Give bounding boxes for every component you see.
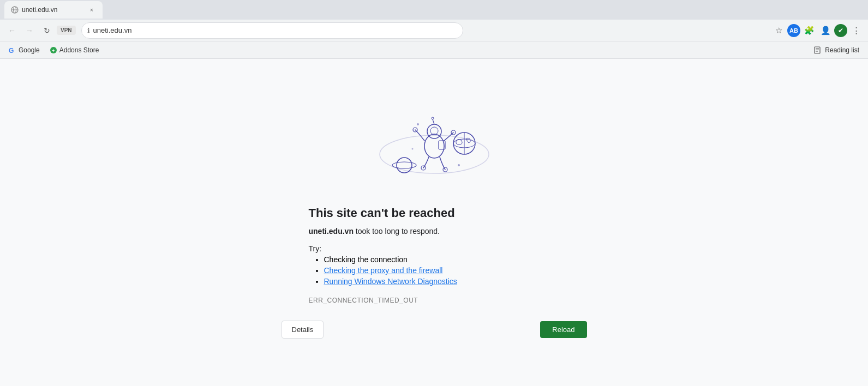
tab-close-button[interactable]: × bbox=[87, 5, 96, 14]
reading-list-icon bbox=[814, 46, 823, 54]
error-subtitle-text: took too long to respond. bbox=[354, 227, 440, 236]
vpn-button[interactable]: VPN bbox=[57, 26, 76, 35]
reload-icon: ↻ bbox=[44, 26, 50, 35]
svg-point-25 bbox=[432, 117, 434, 119]
profile-avatar[interactable]: AB bbox=[787, 24, 800, 37]
menu-button[interactable]: ⋮ bbox=[848, 23, 864, 38]
bookmark-google[interactable]: G Google bbox=[4, 44, 44, 56]
reading-list-button[interactable]: Reading list bbox=[810, 44, 864, 56]
svg-point-26 bbox=[417, 123, 419, 125]
svg-point-27 bbox=[458, 164, 460, 166]
browser-chrome: uneti.edu.vn × ← → ↻ VPN ℹ uneti.edu.vn … bbox=[0, 0, 868, 59]
tab-bar: uneti.edu.vn × bbox=[0, 0, 868, 20]
tab-title: uneti.edu.vn bbox=[22, 6, 57, 14]
tab-favicon bbox=[11, 6, 19, 14]
suggestion-1: Checking the connection bbox=[324, 255, 408, 264]
addons-store-favicon: + bbox=[50, 46, 57, 54]
svg-point-28 bbox=[411, 148, 413, 150]
try-label: Try: bbox=[309, 244, 560, 253]
error-page: This site can't be reached uneti.edu.vn … bbox=[0, 59, 868, 386]
address-bar[interactable]: ℹ uneti.edu.vn bbox=[81, 22, 463, 39]
bookmark-star-button[interactable]: ☆ bbox=[771, 23, 786, 38]
error-domain: uneti.edu.vn bbox=[309, 227, 354, 236]
svg-point-17 bbox=[427, 124, 441, 138]
bookmark-google-label: Google bbox=[19, 46, 40, 54]
avatar-initials: AB bbox=[789, 27, 798, 34]
reload-button[interactable]: ↻ bbox=[39, 23, 55, 38]
security-shield[interactable]: ✔ bbox=[834, 24, 847, 37]
bookmark-addons-store[interactable]: + Addons Store bbox=[45, 44, 104, 56]
suggestion-2-link[interactable]: Checking the proxy and the firewall bbox=[324, 266, 443, 275]
list-item: Running Windows Network Diagnostics bbox=[324, 277, 560, 286]
active-tab[interactable]: uneti.edu.vn × bbox=[4, 1, 103, 19]
extensions-button[interactable]: 🧩 bbox=[801, 23, 817, 38]
error-actions: Details Reload bbox=[271, 321, 598, 339]
puzzle-icon: 🧩 bbox=[804, 26, 815, 35]
shield-check-icon: ✔ bbox=[838, 27, 843, 34]
star-icon: ☆ bbox=[775, 26, 782, 35]
reload-button[interactable]: Reload bbox=[540, 321, 586, 338]
reading-list-label: Reading list bbox=[825, 46, 859, 54]
details-button[interactable]: Details bbox=[282, 321, 324, 339]
svg-text:G: G bbox=[9, 47, 14, 54]
list-item: Checking the proxy and the firewall bbox=[324, 266, 560, 275]
bookmark-addons-label: Addons Store bbox=[59, 46, 99, 54]
bookmarks-bar: G Google + Addons Store Reading list bbox=[0, 41, 868, 59]
svg-point-12 bbox=[392, 162, 416, 168]
vpn-label: VPN bbox=[61, 27, 72, 33]
error-list: Checking the connection Checking the pro… bbox=[309, 255, 560, 286]
svg-line-24 bbox=[433, 119, 434, 124]
list-item: Checking the connection bbox=[324, 255, 560, 264]
error-code: ERR_CONNECTION_TIMED_OUT bbox=[309, 297, 560, 304]
forward-button[interactable]: → bbox=[22, 23, 37, 38]
toolbar: ← → ↻ VPN ℹ uneti.edu.vn ☆ AB 🧩 bbox=[0, 20, 868, 41]
back-icon: ← bbox=[8, 26, 16, 35]
svg-point-16 bbox=[424, 134, 444, 158]
person-icon: 👤 bbox=[821, 26, 831, 35]
svg-point-18 bbox=[430, 127, 438, 135]
menu-icon: ⋮ bbox=[852, 26, 860, 35]
address-text: uneti.edu.vn bbox=[93, 26, 457, 34]
error-content: This site can't be reached uneti.edu.vn … bbox=[298, 206, 571, 321]
error-title: This site can't be reached bbox=[309, 206, 560, 220]
forward-icon: → bbox=[26, 26, 33, 35]
back-button[interactable]: ← bbox=[4, 23, 20, 38]
profile-button[interactable]: 👤 bbox=[818, 23, 833, 38]
error-subtitle: uneti.edu.vn took too long to respond. bbox=[309, 227, 560, 236]
error-illustration bbox=[358, 92, 511, 190]
google-favicon: G bbox=[9, 46, 16, 54]
address-info-icon: ℹ bbox=[87, 27, 90, 34]
suggestion-3-link[interactable]: Running Windows Network Diagnostics bbox=[324, 277, 457, 286]
svg-text:+: + bbox=[52, 48, 55, 53]
toolbar-right: ☆ AB 🧩 👤 ✔ ⋮ bbox=[771, 23, 864, 38]
